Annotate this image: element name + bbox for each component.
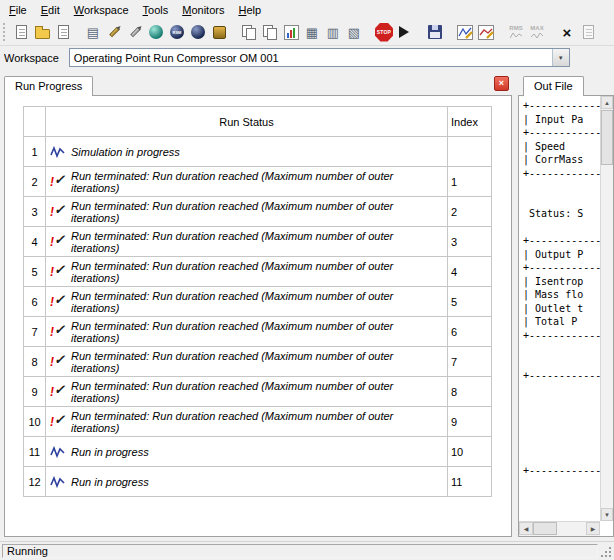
menu-monitors[interactable]: Monitors <box>175 2 231 18</box>
table-row[interactable]: 7 Run terminated: Run duration reached (… <box>24 317 492 347</box>
run-status-text: Run terminated: Run duration reached (Ma… <box>71 350 443 374</box>
rsm-ball-button[interactable]: RSM <box>167 22 187 43</box>
table-view-icon: ▦ <box>306 26 318 39</box>
table-row[interactable]: 8 Run terminated: Run duration reached (… <box>24 347 492 377</box>
layout-view-button[interactable]: ▥ <box>323 22 343 43</box>
combo-dropdown-arrow-icon[interactable]: ▼ <box>552 49 569 66</box>
table-row[interactable]: 9 Run terminated: Run duration reached (… <box>24 377 492 407</box>
row-number: 2 <box>24 167 46 197</box>
run-status-text: Run terminated: Run duration reached (Ma… <box>71 410 443 434</box>
new-file-button[interactable] <box>11 22 31 43</box>
stop-button[interactable]: STOP <box>374 22 394 43</box>
row-number: 8 <box>24 347 46 377</box>
machine-button[interactable] <box>209 22 229 43</box>
table-row[interactable]: 10 Run terminated: Run duration reached … <box>24 407 492 437</box>
corner-header-cell <box>24 107 46 137</box>
table-row[interactable]: 5 Run terminated: Run duration reached (… <box>24 257 492 287</box>
machine-icon <box>213 26 226 39</box>
report-view-button[interactable]: ▧ <box>344 22 364 43</box>
status-bar: Running <box>0 541 614 560</box>
scroll-left-icon[interactable]: ◀ <box>519 522 533 535</box>
report-view-icon: ▧ <box>348 26 360 39</box>
chart-button[interactable] <box>281 22 301 43</box>
terminated-icon <box>50 175 65 188</box>
run-index: 9 <box>448 407 492 437</box>
duplicate-button[interactable] <box>260 22 280 43</box>
run-button[interactable] <box>395 22 415 43</box>
globe-button[interactable] <box>146 22 166 43</box>
run-index: 11 <box>448 467 492 497</box>
row-number: 7 <box>24 317 46 347</box>
table-row[interactable]: 3 Run terminated: Run duration reached (… <box>24 197 492 227</box>
row-number: 1 <box>24 137 46 167</box>
workspace-select[interactable]: Operating Point Run Compressor OM 001 ▼ <box>69 48 570 67</box>
in-progress-icon <box>50 476 65 488</box>
horizontal-scroll-thumb[interactable] <box>533 522 557 535</box>
table-row[interactable]: 11 Run in progress 10 <box>24 437 492 467</box>
toolbar-grip[interactable] <box>3 23 7 41</box>
row-number: 6 <box>24 287 46 317</box>
scroll-up-icon[interactable]: ▲ <box>601 96 613 109</box>
menu-help[interactable]: Help <box>231 2 268 18</box>
run-status-text: Run terminated: Run duration reached (Ma… <box>71 200 443 224</box>
save-disk-icon <box>428 25 442 39</box>
row-number: 4 <box>24 227 46 257</box>
vertical-scroll-thumb[interactable] <box>601 110 613 165</box>
solver-ball-icon <box>191 25 205 39</box>
globe-icon <box>149 25 163 39</box>
import-button[interactable] <box>53 22 73 43</box>
scroll-down-icon[interactable]: ▼ <box>601 508 613 521</box>
index-header: Index <box>448 107 492 137</box>
vertical-scrollbar[interactable]: ▲ ▼ <box>600 96 613 521</box>
edit-button[interactable] <box>104 22 124 43</box>
terminated-icon <box>50 385 65 398</box>
table-row[interactable]: 12 Run in progress 11 <box>24 467 492 497</box>
chart-edit-button[interactable] <box>455 22 475 43</box>
properties-icon <box>583 25 594 39</box>
menu-workspace[interactable]: Workspace <box>67 2 136 18</box>
run-status-text: Run terminated: Run duration reached (Ma… <box>71 290 443 314</box>
menu-file[interactable]: File <box>2 2 34 18</box>
table-row[interactable]: 2 Run terminated: Run duration reached (… <box>24 167 492 197</box>
save-button[interactable] <box>425 22 445 43</box>
menu-edit[interactable]: Edit <box>34 2 67 18</box>
row-number: 11 <box>24 437 46 467</box>
out-file-pane: Out File +-------------------- | Input P… <box>518 74 614 537</box>
workspace-bar: Workspace Operating Point Run Compressor… <box>0 46 614 69</box>
copy-button[interactable] <box>239 22 259 43</box>
annotate-button[interactable] <box>125 22 145 43</box>
duplicate-icon <box>263 25 277 39</box>
table-row[interactable]: 6 Run terminated: Run duration reached (… <box>24 287 492 317</box>
max-button[interactable]: MAX <box>527 22 547 43</box>
rms-button[interactable]: RMS <box>506 22 526 43</box>
chart-edit-icon <box>457 25 473 40</box>
tab-out-file[interactable]: Out File <box>523 76 584 96</box>
resize-grip[interactable] <box>600 546 612 558</box>
terminated-icon <box>50 235 65 248</box>
properties-button[interactable] <box>578 22 598 43</box>
table-view-button[interactable]: ▦ <box>302 22 322 43</box>
open-button[interactable] <box>32 22 52 43</box>
run-index: 6 <box>448 317 492 347</box>
status-text: Running <box>7 545 48 557</box>
import-icon <box>58 25 69 39</box>
row-number: 3 <box>24 197 46 227</box>
delete-button[interactable]: × <box>557 22 577 43</box>
run-index: 5 <box>448 287 492 317</box>
menu-tools[interactable]: Tools <box>136 2 176 18</box>
close-tab-button[interactable]: × <box>494 76 509 91</box>
tab-run-progress[interactable]: Run Progress <box>4 76 93 96</box>
chart-edit-2-button[interactable] <box>476 22 496 43</box>
solver-ball-button[interactable] <box>188 22 208 43</box>
scroll-right-icon[interactable]: ▶ <box>586 522 600 535</box>
terminated-icon <box>50 205 65 218</box>
film-view-icon: ▤ <box>87 26 99 39</box>
horizontal-scrollbar[interactable]: ◀ ▶ <box>519 521 600 536</box>
table-row[interactable]: 1 Simulation in progress <box>24 137 492 167</box>
film-view-button[interactable]: ▤ <box>83 22 103 43</box>
run-progress-pane: Run Progress × Run Status Index 1 Simula… <box>4 74 512 537</box>
run-index: 10 <box>448 437 492 467</box>
run-index: 4 <box>448 257 492 287</box>
menu-bar: File Edit Workspace Tools Monitors Help <box>0 0 614 19</box>
table-row[interactable]: 4 Run terminated: Run duration reached (… <box>24 227 492 257</box>
